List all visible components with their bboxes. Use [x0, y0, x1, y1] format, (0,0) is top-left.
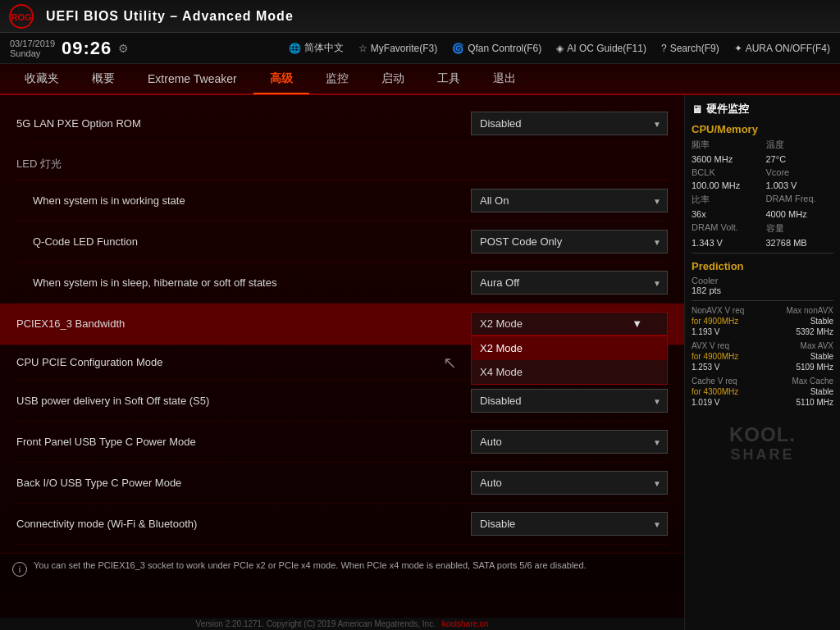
panel-title-text: 硬件监控	[706, 102, 749, 116]
dropdown-usb-power[interactable]: Disabled Enabled	[471, 389, 668, 413]
tab-summary[interactable]: 概要	[75, 65, 131, 93]
date-display: 03/17/2019 Sunday	[10, 39, 55, 58]
pred-avx-header: AVX V req Max AVX	[692, 341, 833, 350]
settings-icon[interactable]: ⚙	[118, 42, 129, 55]
pciex16-option-x4[interactable]: X4 Mode	[472, 360, 667, 384]
dropdown-qcode-wrapper: POST Code Only All On	[471, 230, 668, 253]
pred-avx-vals: 1.253 V 5109 MHz	[692, 363, 833, 372]
globe-icon: 🌐	[289, 43, 301, 54]
tab-exit[interactable]: 退出	[477, 65, 532, 93]
aioc-label: AI OC Guide(F11)	[567, 43, 646, 54]
star-icon: ☆	[358, 43, 368, 54]
info-icon: i	[12, 562, 27, 577]
pred-cache-voltage: 1.019 V	[692, 398, 719, 407]
language-selector[interactable]: 🌐 简体中文	[289, 41, 344, 55]
dropdown-sleep-state[interactable]: Aura Off All On	[471, 271, 668, 294]
pred-cache-vals: 1.019 V 5110 MHz	[692, 398, 833, 407]
vcore-label: Vcore	[766, 167, 834, 177]
aura-button[interactable]: ✦ AURA ON/OFF(F4)	[734, 43, 830, 54]
monitor-icon: 🖥	[692, 103, 702, 116]
dropdown-back-io-usb[interactable]: Auto Disabled	[471, 471, 668, 495]
pred-avx-label: AVX V req	[692, 341, 729, 350]
cooler-value: 182 pts	[692, 285, 833, 295]
bclk-value: 100.00 MHz	[692, 180, 760, 190]
cpu-memory-grid: 频率 温度 3600 MHz 27°C BCLK Vcore 100.00 MH…	[692, 139, 833, 248]
time-display: 09:26	[62, 38, 112, 59]
share-text: SHARE	[692, 446, 833, 463]
dropdown-working-state[interactable]: All On Aura Off Stealth Mode	[471, 189, 668, 212]
search-icon: ?	[661, 43, 667, 54]
pred-row-2: Cache V req Max Cache for 4300MHz Stable…	[692, 377, 833, 407]
cpu-memory-title: CPU/Memory	[692, 123, 833, 135]
tab-tools[interactable]: 工具	[421, 65, 477, 93]
cooler-label: Cooler	[692, 276, 833, 285]
led-section-row: LED 灯光	[16, 144, 668, 180]
tab-favorites[interactable]: 收藏夹	[8, 65, 75, 93]
pred-row-1: AVX V req Max AVX for 4900MHz Stable 1.2…	[692, 341, 833, 372]
freq-value: 3600 MHz	[692, 154, 760, 164]
qfan-button[interactable]: 🌀 Qfan Control(F6)	[452, 43, 541, 54]
search-button[interactable]: ? Search(F9)	[661, 43, 719, 54]
dropdown-front-panel-usb[interactable]: Auto Disabled	[471, 430, 668, 454]
tab-boot[interactable]: 启动	[365, 65, 421, 93]
setting-qcode-led: Q-Code LED Function POST Code Only All O…	[16, 221, 668, 262]
pred-avx-freq-text: for 4900MHz	[692, 352, 738, 361]
setting-usb-power: USB power delivery in Soft Off state (S5…	[16, 381, 668, 422]
dropdown-connectivity-wrapper: Disable Enable	[471, 512, 668, 536]
pred-row-0: NonAVX V req Max nonAVX for 4900MHz Stab…	[692, 306, 833, 336]
version-text: Version 2.20.1271. Copyright (C) 2019 Am…	[196, 619, 436, 628]
dropdown-5g-lan[interactable]: Disabled Enabled	[471, 112, 668, 135]
website-text: koolshare.cn	[442, 619, 489, 628]
pred-nonvax-freq: for 4900MHz Stable	[692, 317, 833, 326]
myfavorite-button[interactable]: ☆ MyFavorite(F3)	[358, 43, 437, 54]
pred-nonvax-maxfreq: 5392 MHz	[796, 327, 833, 336]
settings-list: 5G LAN PXE Option ROM Disabled Enabled L…	[0, 95, 684, 553]
pred-nonvax-max-label: Max nonAVX	[786, 306, 833, 315]
pred-cache-stable: Stable	[810, 387, 833, 396]
dropdown-connectivity[interactable]: Disable Enable	[471, 512, 668, 536]
pred-avx-max-label: Max AVX	[801, 341, 833, 350]
aura-icon: ✦	[734, 43, 742, 54]
label-front-panel-usb: Front Panel USB Type C Power Mode	[16, 436, 471, 448]
content-area: 5G LAN PXE Option ROM Disabled Enabled L…	[0, 95, 684, 630]
pred-cache-freq-text: for 4300MHz	[692, 387, 738, 396]
ratio-value: 36x	[692, 209, 760, 219]
pred-cache-max-label: Max Cache	[792, 377, 833, 386]
prediction-title: Prediction	[692, 260, 833, 272]
dram-volt-value: 1.343 V	[692, 238, 760, 248]
rog-logo-icon: ROG	[8, 3, 34, 30]
setting-back-io-usb: Back I/O USB Type C Power Mode Auto Disa…	[16, 463, 668, 504]
pred-nonvax-voltage: 1.193 V	[692, 327, 719, 336]
dram-freq-value: 4000 MHz	[766, 209, 834, 219]
rog-logo-area: ROG	[8, 3, 34, 30]
tab-extreme-tweaker[interactable]: Extreme Tweaker	[131, 66, 253, 92]
top-controls: 🌐 简体中文 ☆ MyFavorite(F3) 🌀 Qfan Control(F…	[289, 41, 830, 55]
setting-working-state: When system is in working state All On A…	[16, 180, 668, 221]
hardware-monitor-title: 🖥 硬件监控	[692, 102, 833, 116]
pciex16-value: X2 Mode	[480, 317, 523, 330]
pred-avx-maxfreq: 5109 MHz	[796, 363, 833, 372]
ai-icon: ◈	[556, 43, 564, 54]
bios-title: UEFI BIOS Utility – Advanced Mode	[46, 9, 294, 24]
cursor-indicator: ↖	[443, 353, 457, 372]
bclk-label: BCLK	[692, 167, 760, 177]
setting-sleep-state: When system is in sleep, hibernate or so…	[16, 262, 668, 304]
pciex16-option-x2[interactable]: X2 Mode	[472, 336, 667, 360]
right-panel: 🖥 硬件监控 CPU/Memory 频率 温度 3600 MHz 27°C BC…	[684, 95, 840, 630]
pred-cache-maxfreq: 5110 MHz	[796, 398, 833, 407]
tab-monitor[interactable]: 监控	[309, 65, 365, 93]
search-label: Search(F9)	[670, 43, 719, 54]
myfavorite-label: MyFavorite(F3)	[371, 43, 437, 54]
dropdown-qcode-led[interactable]: POST Code Only All On	[471, 230, 668, 253]
pred-avx-voltage: 1.253 V	[692, 363, 719, 372]
capacity-value: 32768 MB	[766, 238, 834, 248]
dropdown-pciex16-selected[interactable]: X2 Mode ▼	[471, 312, 668, 336]
aura-label: AURA ON/OFF(F4)	[746, 43, 830, 54]
header-bar: ROG UEFI BIOS Utility – Advanced Mode	[0, 0, 840, 33]
pred-cache-freq: for 4300MHz Stable	[692, 387, 833, 396]
setting-connectivity: Connectivity mode (Wi-Fi & Bluetooth) Di…	[16, 504, 668, 545]
aioc-button[interactable]: ◈ AI OC Guide(F11)	[556, 43, 646, 54]
pred-nonvax-stable: Stable	[810, 317, 833, 326]
version-bar: Version 2.20.1271. Copyright (C) 2019 Am…	[0, 618, 684, 630]
tab-advanced[interactable]: 高级	[253, 65, 309, 93]
